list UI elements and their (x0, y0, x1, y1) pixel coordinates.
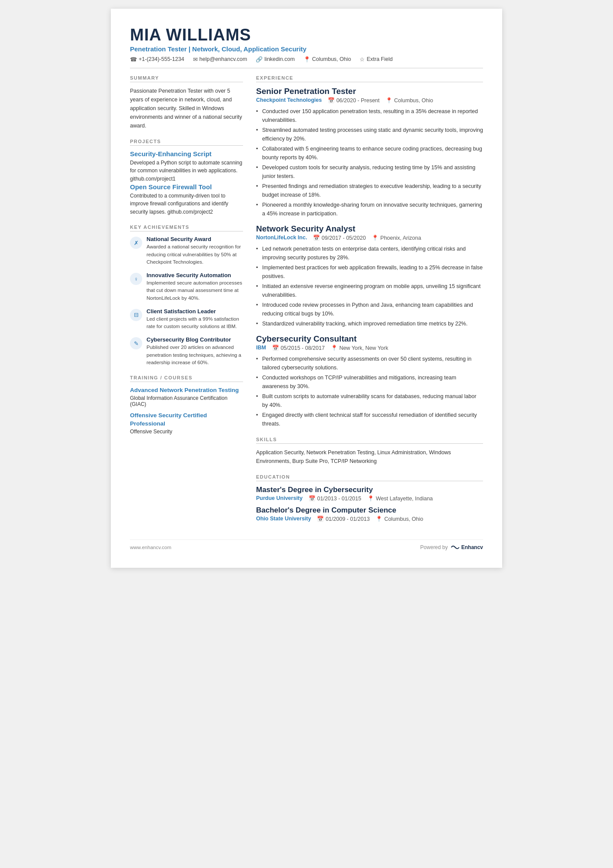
calendar-edu-icon-1: 📅 (317, 516, 325, 522)
bullet-0-4: Presented findings and remediation strat… (256, 182, 483, 199)
achievement-title-3: Cybersecurity Blog Contributor (147, 336, 243, 343)
bullet-1-0: Led network penetration tests on enterpr… (256, 245, 483, 262)
brand-name: Enhancv (461, 544, 483, 550)
resume-container: MIA WILLIAMS Penetration Tester | Networ… (111, 9, 502, 568)
location-value: Columbus, Ohio (312, 56, 351, 62)
job-date-2: 📅 05/2015 - 08/2017 (272, 345, 325, 351)
linkedin-value: linkedin.com (264, 56, 294, 62)
job-location-1: 📍 Phoenix, Arizona (372, 235, 421, 241)
calendar-edu-icon-0: 📅 (309, 496, 317, 502)
email-icon: ✉ (193, 56, 198, 63)
job-location-0: 📍 Columbus, Ohio (386, 97, 433, 104)
job-date-0: 📅 06/2020 - Present (328, 97, 380, 104)
edu-degree-0: Master's Degree in Cybersecurity (256, 486, 483, 494)
edu-location-1: 📍 Columbus, Ohio (376, 516, 423, 522)
achievement-title-1: Innovative Security Automation (147, 272, 243, 278)
powered-by-text: Powered by (420, 544, 448, 550)
skills-label: SKILLS (256, 437, 483, 444)
course-item-1: Offensive Security Certified Professiona… (130, 412, 243, 435)
calendar-icon-2: 📅 (272, 345, 280, 351)
link-icon: 🔗 (256, 56, 263, 63)
achievement-icon-3: ✎ (130, 337, 142, 349)
bullet-0-1: Streamlined automated testing processes … (256, 126, 483, 143)
calendar-icon-0: 📅 (328, 97, 336, 104)
experience-label: EXPERIENCE (256, 75, 483, 82)
bullet-2-0: Performed comprehensive security assessm… (256, 355, 483, 372)
location-icon: 📍 (303, 56, 310, 63)
bullet-2-1: Conducted workshops on TCP/IP vulnerabil… (256, 373, 483, 391)
achievement-desc-2: Led client projects with a 99% satisfact… (147, 315, 243, 331)
pin-edu-icon-1: 📍 (376, 516, 384, 522)
bullet-1-2: Initiated an extensive reverse engineeri… (256, 282, 483, 299)
achievement-title-2: Client Satisfaction Leader (147, 308, 243, 315)
pin-edu-icon-0: 📍 (367, 496, 376, 502)
training-list: Advanced Network Penetration Testing Glo… (130, 386, 243, 435)
job-title-0: Senior Penetration Tester (256, 87, 483, 96)
edu-school-0: Purdue University (256, 495, 303, 501)
bullet-0-2: Collaborated with 5 engineering teams to… (256, 144, 483, 162)
bullet-1-1: Implemented best practices for web appli… (256, 263, 483, 281)
job-title-1: Network Security Analyst (256, 224, 483, 234)
achievement-item-0: ✗ National Security Award Awarded a nati… (130, 236, 243, 266)
achievement-content-3: Cybersecurity Blog Contributor Published… (147, 336, 243, 366)
achievement-item-3: ✎ Cybersecurity Blog Contributor Publish… (130, 336, 243, 366)
project-desc-0: Developed a Python script to automate sc… (130, 159, 243, 183)
course-title-0: Advanced Network Penetration Testing (130, 386, 243, 395)
edu-meta-1: Ohio State University 📅 01/2009 - 01/201… (256, 516, 483, 522)
achievements-list: ✗ National Security Award Awarded a nati… (130, 236, 243, 366)
achievement-item-1: ♀ Innovative Security Automation Impleme… (130, 272, 243, 302)
bullet-2-3: Engaged directly with client technical s… (256, 411, 483, 428)
linkedin-contact: 🔗 linkedin.com (256, 56, 294, 63)
project-item-1: Open Source Firewall Tool Contributed to… (130, 183, 243, 216)
project-item-0: Security-Enhancing Script Developed a Py… (130, 150, 243, 183)
job-location-2: 📍 New York, New York (331, 345, 388, 351)
contact-row: ☎ +1-(234)-555-1234 ✉ help@enhancv.com 🔗… (130, 56, 483, 68)
achievement-desc-1: Implemented secure automation processes … (147, 279, 243, 302)
achievement-content-0: National Security Award Awarded a nation… (147, 236, 243, 266)
body-row: SUMMARY Passionate Penetration Tester wi… (130, 75, 483, 526)
skills-text: Application Security, Network Penetratio… (256, 448, 483, 466)
edu-item-1: Bachelor's Degree in Computer Science Oh… (256, 506, 483, 522)
course-org-0: Global Information Assurance Certificati… (130, 395, 243, 407)
pin-icon-1: 📍 (372, 235, 380, 241)
job-bullets-2: Performed comprehensive security assessm… (256, 355, 483, 428)
bullet-0-5: Pioneered a monthly knowledge-sharing fo… (256, 201, 483, 218)
job-bullets-1: Led network penetration tests on enterpr… (256, 245, 483, 328)
pin-icon-2: 📍 (331, 345, 339, 351)
achievement-icon-1: ♀ (130, 273, 142, 285)
summary-label: SUMMARY (130, 75, 243, 82)
header: MIA WILLIAMS Penetration Tester | Networ… (130, 26, 483, 68)
extra-value: Extra Field (366, 56, 393, 62)
project-title-0: Security-Enhancing Script (130, 150, 243, 158)
achievements-label: KEY ACHIEVEMENTS (130, 225, 243, 231)
achievement-content-2: Client Satisfaction Leader Led client pr… (147, 308, 243, 331)
achievement-icon-0: ✗ (130, 237, 142, 249)
projects-list: Security-Enhancing Script Developed a Py… (130, 150, 243, 216)
pin-icon-0: 📍 (386, 97, 394, 104)
footer: www.enhancv.com Powered by Enhancv (130, 540, 483, 550)
bullet-1-4: Standardized vulnerability tracking, whi… (256, 319, 483, 328)
edu-school-1: Ohio State University (256, 516, 311, 522)
job-title-2: Cybersecurity Consultant (256, 334, 483, 344)
email-value: help@enhancv.com (200, 56, 247, 62)
candidate-title: Penetration Tester | Network, Cloud, App… (130, 45, 483, 53)
job-item-0: Senior Penetration Tester Checkpoint Tec… (256, 87, 483, 218)
course-org-1: Offensive Security (130, 429, 243, 435)
job-date-1: 📅 09/2017 - 05/2020 (313, 235, 366, 241)
course-title-1: Offensive Security Certified Professiona… (130, 412, 243, 428)
edu-degree-1: Bachelor's Degree in Computer Science (256, 506, 483, 515)
edu-location-0: 📍 West Lafayette, Indiana (367, 495, 433, 502)
footer-brand: Powered by Enhancv (420, 544, 483, 550)
calendar-icon-1: 📅 (313, 235, 321, 241)
job-item-1: Network Security Analyst NortonLifeLock … (256, 224, 483, 328)
project-title-1: Open Source Firewall Tool (130, 183, 243, 191)
bullet-0-3: Developed custom tools for security anal… (256, 163, 483, 181)
summary-text: Passionate Penetration Tester with over … (130, 87, 243, 130)
achievement-item-2: ⊟ Client Satisfaction Leader Led client … (130, 308, 243, 331)
achievement-desc-3: Published over 20 articles on advanced p… (147, 344, 243, 366)
job-bullets-0: Conducted over 150 application penetrati… (256, 107, 483, 218)
education-label: EDUCATION (256, 474, 483, 481)
right-column: EXPERIENCE Senior Penetration Tester Che… (256, 75, 483, 526)
bullet-1-3: Introduced code review processes in Pyth… (256, 301, 483, 318)
job-company-0: Checkpoint Technologies (256, 97, 322, 103)
